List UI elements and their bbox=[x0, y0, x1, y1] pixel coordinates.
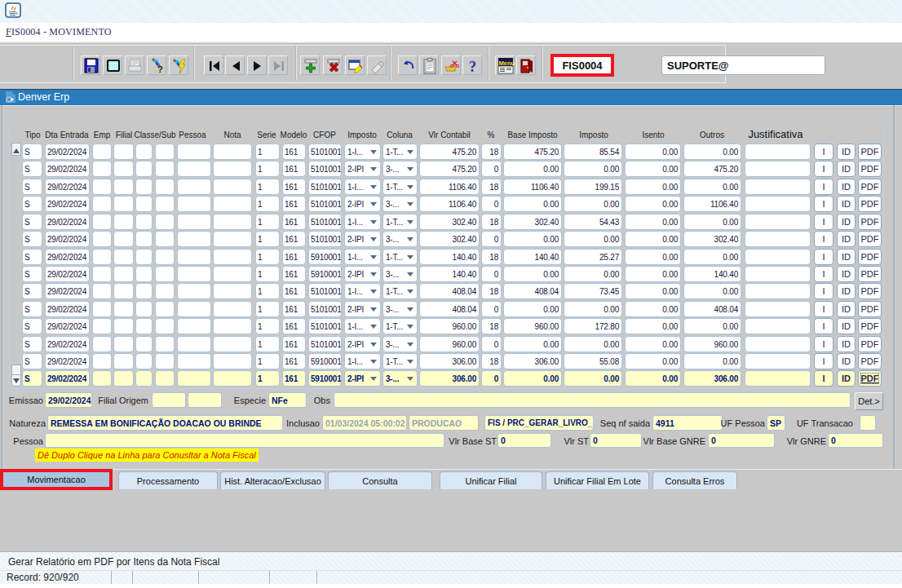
svg-text:Menu: Menu bbox=[499, 60, 515, 67]
svg-text:?: ? bbox=[469, 59, 476, 75]
svg-text:?: ? bbox=[157, 64, 163, 74]
